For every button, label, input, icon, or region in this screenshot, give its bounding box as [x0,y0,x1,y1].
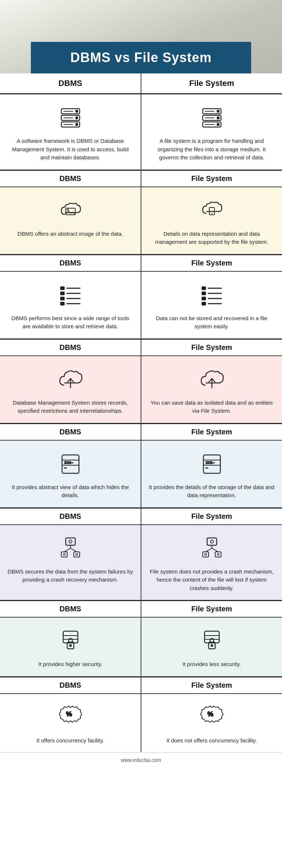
row-header-3-right: File System [141,255,282,271]
text-storage-left: Database Management System stores record… [7,399,133,415]
text-intro-left: A software framework is DBMS or Database… [7,137,133,162]
cell-view-right: xxx— — It provides the details of the st… [141,441,282,507]
text-concurrency-right: It does not offers concurrency facility. [166,737,257,745]
server-icon-right [197,103,227,133]
section-concurrency: % It offers concurrency facility. % It d… [0,694,282,753]
section-storage: Database Management System stores record… [0,356,282,423]
server-network-icon-left [56,534,85,563]
svg-rect-50 [66,538,75,545]
section-crash: DBMS secures the data from the system fa… [0,525,282,600]
section-view: xxx— — It provides abstract view of data… [0,441,282,507]
row-header-3: DBMS File System [0,254,282,272]
row-header-2-left: DBMS [0,171,141,187]
row-header-8-right: File System [141,677,282,693]
cell-concurrency-right: % It does not offers concurrency facilit… [141,694,282,752]
server-lock-icon-right [197,626,227,656]
cell-storage-left: Database Management System stores record… [0,356,141,423]
svg-text:%: % [66,710,72,718]
text-security-left: It provides higher security. [39,660,102,669]
svg-point-19 [67,209,69,211]
cloud-mobile-icon [197,196,227,225]
cloud-image-icon [56,196,85,225]
svg-point-66 [205,553,206,555]
cell-security-left: It provides higher security. [0,618,141,676]
row-header-6-right: File System [141,509,282,524]
row-header-7-right: File System [141,601,282,617]
row-header-6: DBMS File System [0,507,282,525]
cell-performance-right: Data can not be stored and recovered in … [141,272,282,338]
svg-text:%: % [207,710,213,718]
cell-abstraction-left: DBMS offers an abstract image of the dat… [0,187,141,254]
svg-point-12 [217,110,219,112]
text-storage-right: You can save data as isolated data and a… [149,399,275,415]
text-view-left: It provides abstract view of data which … [7,483,133,500]
svg-point-3 [76,110,78,112]
column-headers: DBMS File System [0,73,282,94]
data-list-icon-left [56,281,85,310]
row-header-4-right: File System [141,340,282,355]
svg-point-4 [76,117,78,119]
row-header-5-right: File System [141,424,282,440]
svg-rect-73 [205,631,219,643]
cloud-up-icon-right [197,365,227,394]
svg-rect-34 [202,297,206,300]
svg-line-53 [64,548,70,552]
svg-rect-55 [61,552,67,557]
svg-text:—: — [64,466,67,470]
svg-point-58 [76,553,77,555]
svg-rect-65 [215,552,221,557]
svg-point-57 [63,553,65,555]
svg-text:xxx—: xxx— [206,460,215,464]
server-code-icon-right: xxx— — [197,449,227,479]
cell-crash-right: File system does not provides a crash me… [141,525,282,600]
server-network-icon-right [197,534,227,563]
svg-rect-22 [61,287,64,290]
row-header-7: DBMS File System [0,600,282,618]
svg-point-60 [210,540,213,543]
filesystem-column-header: File System [141,73,282,93]
text-crash-left: DBMS secures the data from the system fa… [7,568,133,584]
title-box: DBMS vs File System [31,42,251,73]
server-lock-icon-left [56,626,85,656]
text-security-right: It provides less security. [182,660,241,669]
svg-point-14 [217,123,219,126]
cell-intro-left: A software framework is DBMS or Database… [0,94,141,169]
text-abstraction-left: DBMS offers an abstract image of the dat… [18,230,123,238]
text-performance-right: Data can not be stored and recovered in … [149,314,275,331]
concurrency-icon-left: % [56,703,85,732]
cell-storage-right: You can save data as isolated data and a… [141,356,282,423]
concurrency-icon-right: % [197,703,227,732]
svg-rect-56 [74,552,80,557]
svg-point-77 [211,645,213,647]
section-abstraction: DBMS offers an abstract image of the dat… [0,187,282,254]
row-header-4: DBMS File System [0,339,282,356]
svg-rect-59 [207,538,217,545]
text-performance-left: DBMS performs best since a wide range of… [7,314,133,331]
server-code-icon-left: xxx— — [56,449,85,479]
cell-performance-left: DBMS performs best since a wide range of… [0,272,141,338]
text-view-right: It provides the details of the storage o… [149,483,275,500]
svg-rect-64 [203,552,209,557]
svg-rect-24 [61,292,64,295]
server-icon-left [56,103,85,133]
svg-line-62 [206,548,212,552]
svg-rect-28 [61,302,64,305]
row-header-8: DBMS File System [0,676,282,694]
header-banner: DBMS vs File System [0,0,282,73]
section-intro: A software framework is DBMS or Database… [0,94,282,170]
cell-intro-right: A file system is a program for handling … [141,94,282,169]
text-concurrency-left: It offers concurrency facility. [36,737,104,745]
cell-concurrency-left: % It offers concurrency facility. [0,694,141,752]
cell-security-right: It provides less security. [141,618,282,676]
cloud-up-icon-left [56,365,85,394]
section-security: It provides higher security. It provides… [0,618,282,676]
svg-text:xxx—: xxx— [64,460,73,464]
row-header-4-left: DBMS [0,340,141,355]
row-header-7-left: DBMS [0,601,141,617]
svg-rect-32 [202,292,206,295]
svg-rect-26 [61,297,64,300]
svg-text:—: — [206,466,208,470]
cell-crash-left: DBMS secures the data from the system fa… [0,525,141,600]
footer: www.educba.com [0,752,282,767]
row-header-5-left: DBMS [0,424,141,440]
